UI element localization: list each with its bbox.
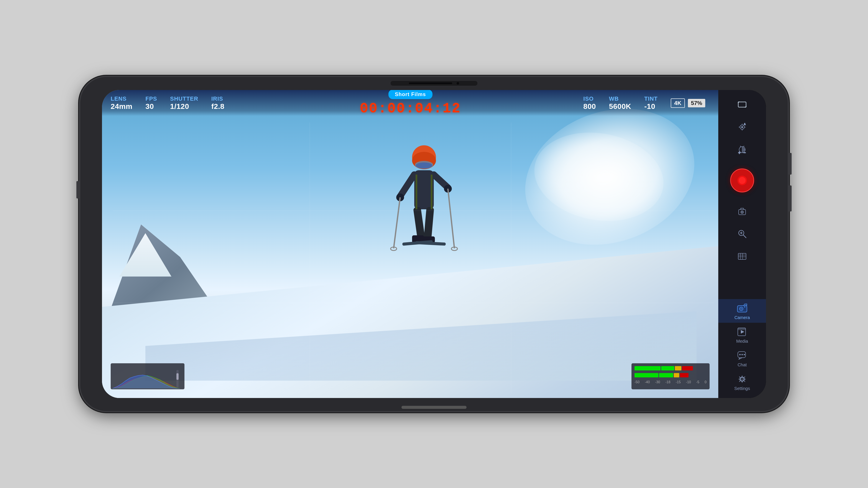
meter-row-1 [634,366,707,371]
camera-icon [737,302,748,314]
meter-green-1 [634,366,660,370]
wb-param: WB 5600K [609,95,631,110]
meter-yellow-1 [675,366,681,370]
svg-text:−: − [743,151,746,155]
svg-line-46 [743,235,746,238]
skier-svg [389,144,459,263]
shutter-label: SHUTTER [170,95,198,102]
meter-label-18: -18 [665,380,670,384]
svg-point-57 [740,308,742,310]
tint-value: -10 [644,102,655,110]
iso-value: 800 [583,102,596,110]
meter-green-4 [659,373,673,378]
meter-labels: -50 -40 -30 -18 -15 -10 -5 0 [634,380,707,384]
overlay-button[interactable] [734,248,750,264]
skier-figure [389,144,459,263]
iris-label: IRIS [211,95,223,102]
chat-icon [737,350,748,361]
meter-row-2 [634,373,707,378]
sidebar-nav-items: Camera Media [718,299,766,394]
meter-label-10: -10 [686,380,691,384]
lens-param: LENS 24mm [111,95,132,110]
camera-header: LENS 24mm FPS 30 SHUTTER 1/120 IRIS f2.8 [102,90,718,116]
svg-rect-13 [413,207,425,240]
svg-rect-14 [424,207,434,240]
meter-green-3 [634,373,658,378]
lens-label: LENS [111,95,126,102]
autofocus-button[interactable]: A [734,119,750,135]
svg-rect-23 [738,102,746,107]
iris-param: IRIS f2.8 [211,95,225,110]
settings-nav-label: Settings [734,386,750,391]
meter-label-15: -15 [676,380,681,384]
zoom-button[interactable] [734,226,750,242]
meter-red-1 [682,366,693,370]
chat-nav-label: Chat [738,362,747,367]
volume-button[interactable] [76,181,80,198]
zoom-icon [737,229,747,239]
settings-nav-icon [737,373,748,385]
notch-bar [391,81,477,86]
svg-marker-55 [743,304,747,305]
nav-item-camera[interactable]: Camera [718,299,766,323]
svg-line-10 [448,189,455,248]
meter-yellow-2 [674,373,679,378]
shutter-value: 1/120 [170,102,189,110]
svg-point-3 [416,162,432,168]
shutter-param: SHUTTER 1/120 [170,95,198,110]
meter-label-5: -5 [696,380,700,384]
audio-meters: -50 -40 -30 -18 -15 -10 -5 0 [631,363,710,389]
fps-value: 30 [145,102,154,110]
project-badge[interactable]: Short Films [389,90,432,99]
fps-label: FPS [145,95,157,102]
svg-point-64 [742,354,743,355]
exposure-button[interactable]: + − [734,142,750,158]
nav-item-chat[interactable]: Chat [718,346,766,370]
meter-label-30: -30 [655,380,660,384]
iso-label: ISO [583,95,594,102]
nav-item-settings[interactable]: Settings [718,370,766,394]
wb-label: WB [609,95,619,102]
svg-point-58 [744,306,745,307]
svg-line-5 [400,174,414,196]
svg-rect-22 [177,373,179,380]
aspect-ratio-icon [737,99,747,110]
meter-green-2 [661,366,674,370]
nav-item-media[interactable]: Media [718,323,766,346]
shutter-button[interactable] [788,186,792,212]
svg-point-29 [742,126,743,128]
record-icon [736,174,749,187]
svg-text:+: + [738,151,741,155]
meter-label-50: -50 [634,380,640,384]
autofocus-icon: A [737,122,747,132]
lens-value: 24mm [111,102,132,110]
exposure-icon: + − [737,144,747,155]
home-indicator[interactable] [401,406,467,409]
tint-label: TINT [644,95,658,102]
power-button[interactable] [788,153,792,174]
chat-nav-icon [737,350,748,361]
timecode: 00:00:04:12 [360,101,461,117]
right-sidebar: A + − [718,90,766,398]
camera-nav-label: Camera [734,315,750,320]
storage-percent: 57% [688,99,705,107]
settings-icon [737,373,748,385]
resolution-badge[interactable]: 4K [671,98,685,108]
iris-value: f2.8 [211,102,225,110]
svg-point-44 [742,212,743,213]
aspect-ratio-button[interactable] [734,97,750,112]
svg-point-65 [744,354,745,355]
svg-point-63 [739,354,741,355]
media-nav-label: Media [736,339,748,344]
meter-red-2 [680,373,688,378]
svg-marker-60 [741,330,744,333]
record-button[interactable] [730,168,754,192]
snapshot-icon [737,206,747,217]
viewfinder[interactable]: LENS 24mm FPS 30 SHUTTER 1/120 IRIS f2.8 [102,90,718,398]
snapshot-button[interactable] [734,203,750,219]
svg-rect-49 [738,253,746,259]
phone-container: LENS 24mm FPS 30 SHUTTER 1/120 IRIS f2.8 [65,65,803,423]
meter-label-0: 0 [705,380,707,384]
phone-body: LENS 24mm FPS 30 SHUTTER 1/120 IRIS f2.8 [80,77,788,411]
svg-point-68 [741,378,743,380]
